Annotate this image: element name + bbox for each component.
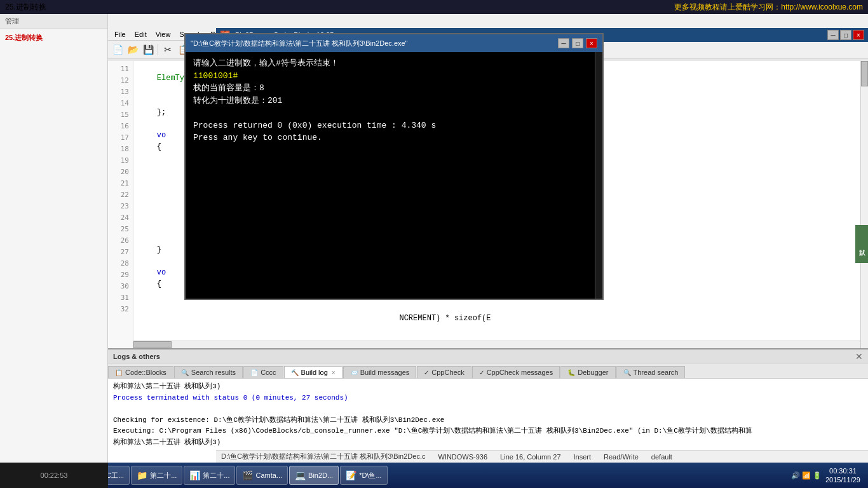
build-messages-tab-label: Build messages <box>360 369 410 376</box>
terminal-close-btn[interactable]: × <box>586 38 597 48</box>
line-num-26: 26 <box>108 235 133 247</box>
editor-scrollbar-vertical[interactable] <box>860 61 868 348</box>
left-sidebar: 管理 25.进制转换 <box>0 14 108 488</box>
line-num-25: 25 <box>108 224 133 235</box>
menu-edit[interactable]: Edit <box>131 29 151 39</box>
sys-tray-icons[interactable]: 🔊 📶 🔋 <box>791 471 822 480</box>
system-clock: 00:22:53 <box>0 463 108 488</box>
toolbar-cut[interactable]: ✂ <box>161 43 175 57</box>
top-banner: 25.进制转换 更多视频教程请上爱酷学习网：http://www.icoolxu… <box>0 0 868 14</box>
logs-tab-cppcheck-messages[interactable]: ✓ CppCheck messages <box>472 366 560 378</box>
toolbar-sep-1 <box>158 44 158 55</box>
build-log-tab-label: Build log <box>301 369 328 376</box>
logs-tab-codeblocks[interactable]: 📋 Code::Blocks <box>108 366 173 378</box>
logs-tab-cccc[interactable]: 📄 Cccc <box>243 366 283 378</box>
line-num-11: 11 <box>108 64 133 75</box>
cppcheck-tab-icon: ✓ <box>424 369 429 376</box>
code-line-28: vo <box>139 268 166 277</box>
editor-scrollbar-horizontal[interactable] <box>133 341 860 348</box>
logs-tab-cppcheck[interactable]: ✓ CppCheck <box>417 366 471 378</box>
build-log-tab-close[interactable]: × <box>332 369 336 376</box>
taskbar: ⊞ 🌐 📁 🎵 🐟 鱼C工... 📁 第二十... 📊 第二十... 🎬 Cam… <box>0 463 868 488</box>
taskbar-btn-2nd1[interactable]: 📁 第二十... <box>131 466 182 485</box>
system-time-text: 00:22:53 <box>41 471 68 479</box>
thread-search-tab-label: Thread search <box>634 369 679 376</box>
ide-close-btn[interactable]: × <box>853 30 864 40</box>
right-margin-btn[interactable]: 默认 <box>855 225 868 263</box>
toolbar-save[interactable]: 💾 <box>141 43 155 57</box>
scroll-thumb-v[interactable] <box>861 61 868 86</box>
scroll-thumb-h[interactable] <box>133 341 172 348</box>
line-num-16: 16 <box>108 121 133 132</box>
line-num-23: 23 <box>108 201 133 212</box>
chapter-label: 25.进制转换 <box>0 29 107 46</box>
code-line-14: }; <box>139 108 166 117</box>
toolbar-open[interactable]: 📂 <box>126 43 140 57</box>
search-results-tab-label: Search results <box>191 369 236 376</box>
terminal-controls: ─ □ × <box>558 38 597 48</box>
status-bar: D:\鱼C教学计划\数据结构和算法\第二十五讲 栈和队列3\Bin2Dec.c … <box>216 450 868 463</box>
line-num-13: 13 <box>108 86 133 98</box>
terminal-content[interactable]: 请输入二进制数，输入#符号表示结束！ 11001001# 栈的当前容量是：8 转… <box>186 52 602 299</box>
line-num-15: 15 <box>108 109 133 121</box>
cccc-tab-icon: 📄 <box>250 369 258 376</box>
taskbar-btn-camta[interactable]: 🎬 Camta... <box>236 466 288 485</box>
logs-header: Logs & others ✕ <box>108 349 868 363</box>
line-num-24: 24 <box>108 212 133 224</box>
terminal-maximize-btn[interactable]: □ <box>572 38 583 48</box>
taskbar-btn-doc[interactable]: 📝 *D\鱼... <box>340 466 387 485</box>
terminal-line-5 <box>193 107 595 119</box>
banner-left-text: 25.进制转换 <box>5 2 46 13</box>
taskbar-btn-2nd2[interactable]: 📊 第二十... <box>184 466 235 485</box>
thread-search-tab-icon: 🔍 <box>623 369 631 376</box>
logs-tab-thread-search[interactable]: 🔍 Thread search <box>616 366 686 378</box>
logs-tab-build-log[interactable]: 🔨 Build log × <box>284 366 342 378</box>
line-num-31: 31 <box>108 292 133 304</box>
code-line-17: { <box>139 142 161 151</box>
banner-right-text: 更多视频教程请上爱酷学习网：http://www.icoolxue.com <box>674 2 863 13</box>
ide-minimize-btn[interactable]: ─ <box>827 30 839 40</box>
logs-tab-build-messages[interactable]: 📨 Build messages <box>343 366 417 378</box>
terminal-line-3: 栈的当前容量是：8 <box>193 82 595 95</box>
terminal-scrollbar[interactable] <box>595 52 602 299</box>
log-line-3 <box>113 403 863 415</box>
code-line-32: NCREMENT) * sizeof(E <box>139 314 491 323</box>
status-encoding: WINDOWS-936 <box>438 453 487 461</box>
terminal-line-2: 11001001# <box>193 70 595 83</box>
build-messages-tab-icon: 📨 <box>350 369 358 376</box>
taskbar-time: 00:30:31 <box>825 466 860 475</box>
terminal-title-bar: "D:\鱼C教学计划\数据结构和算法\第二十五讲 栈和队列3\Bin2Dec.e… <box>186 34 602 52</box>
cppcheck-messages-tab-icon: ✓ <box>479 369 484 376</box>
logs-tab-debugger[interactable]: 🐛 Debugger <box>560 366 615 378</box>
line-num-18: 18 <box>108 144 133 155</box>
terminal-title-text: "D:\鱼C教学计划\数据结构和算法\第二十五讲 栈和队列3\Bin2Dec.e… <box>191 39 408 48</box>
status-access: Read/Write <box>604 453 639 461</box>
debugger-tab-icon: 🐛 <box>567 369 575 376</box>
line-num-29: 29 <box>108 269 133 281</box>
ide-maximize-btn[interactable]: □ <box>840 30 851 40</box>
taskbar-btn-2nd1-label: 第二十... <box>150 471 177 480</box>
status-position: Line 16, Column 27 <box>500 453 560 461</box>
logs-tab-search-results[interactable]: 🔍 Search results <box>174 366 243 378</box>
sidebar-title: 管理 <box>0 14 107 29</box>
codeblocks-tab-label: Code::Blocks <box>125 369 166 376</box>
code-line-26: } <box>139 245 161 254</box>
line-num-14: 14 <box>108 98 133 109</box>
folder-icon-1: 📁 <box>137 470 147 480</box>
terminal-line-1: 请输入二进制数，输入#符号表示结束！ <box>193 57 595 70</box>
terminal-line-6: Process returned 0 (0x0) execution time … <box>193 119 595 132</box>
terminal-minimize-btn[interactable]: ─ <box>558 38 569 48</box>
toolbar-new[interactable]: 📄 <box>111 43 125 57</box>
logs-close-btn[interactable]: ✕ <box>855 351 863 362</box>
line-num-27: 27 <box>108 247 133 258</box>
taskbar-right: 🔊 📶 🔋 00:30:31 2015/11/29 <box>791 466 865 485</box>
code-line-29: { <box>139 280 161 288</box>
menu-file[interactable]: File <box>111 29 130 39</box>
menu-view[interactable]: View <box>152 29 175 39</box>
taskbar-btn-bin2d[interactable]: 💻 Bin2D... <box>289 466 339 485</box>
terminal-icon: 💻 <box>295 470 306 480</box>
line-num-30: 30 <box>108 281 133 292</box>
time-display: 00:30:31 2015/11/29 <box>825 466 860 485</box>
taskbar-btn-camta-label: Camta... <box>255 471 282 479</box>
cccc-tab-label: Cccc <box>261 369 276 376</box>
